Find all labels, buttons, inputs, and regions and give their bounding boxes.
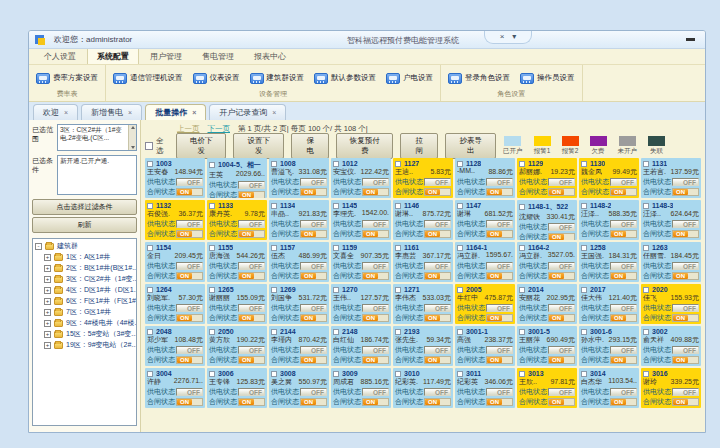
- switch-on-toggle[interactable]: ON: [177, 231, 192, 237]
- chevron-down-icon[interactable]: ▾: [512, 32, 516, 42]
- scroll-up-icon[interactable]: [131, 126, 135, 129]
- expand-icon[interactable]: [44, 276, 51, 283]
- meter-card[interactable]: 1008 曹溢飞. 331.08元 供电状态 OFF 合闸状态: [269, 158, 329, 198]
- supply-off-toggle[interactable]: OFF: [238, 181, 265, 189]
- meter-card[interactable]: 2193 张先生. 59.34元 供电状态 OFF 合闸状态: [393, 326, 453, 366]
- switch-on-toggle[interactable]: ON: [673, 189, 688, 195]
- card-checkbox[interactable]: [457, 329, 463, 335]
- meter-card[interactable]: 1271 李伟杰 533.03元 供电状态 OFF 合闸状态: [393, 284, 453, 324]
- card-checkbox[interactable]: [519, 287, 525, 293]
- meter-card[interactable]: 1148-1、522 沈耀铁 330.41元 供电状态 OFF 合闸状态: [517, 200, 577, 240]
- meter-card[interactable]: 1004-5、相一 王英 2029.66.. 供电状态 OFF 合闸状态: [207, 158, 267, 198]
- card-checkbox[interactable]: [457, 161, 463, 167]
- tree-item[interactable]: 3区：C区2#井（1#变...: [44, 274, 134, 284]
- card-checkbox[interactable]: [147, 161, 153, 167]
- switch-on-toggle[interactable]: ON: [487, 189, 502, 195]
- supply-off-toggle[interactable]: OFF: [238, 220, 265, 228]
- switch-on-toggle[interactable]: ON: [301, 399, 316, 405]
- meter-card[interactable]: 1146 谢琳.. 875.72元 供电状态 OFF 合闸状态: [393, 200, 453, 240]
- supply-off-toggle[interactable]: OFF: [238, 304, 265, 312]
- meter-card[interactable]: 2048 郑少军 108.48元 供电状态 OFF 合闸状态: [145, 326, 205, 366]
- meter-card[interactable]: 1145 李理先. 1542.00. 供电状态 OFF 合闸状态: [331, 200, 391, 240]
- card-checkbox[interactable]: [333, 287, 339, 293]
- switch-on-toggle[interactable]: ON: [177, 315, 192, 321]
- card-checkbox[interactable]: [519, 329, 525, 335]
- selected-range-box[interactable]: 3区：C区2#井（1#变电.2#变电.(C区...: [57, 124, 137, 151]
- card-checkbox[interactable]: [271, 161, 277, 167]
- card-checkbox[interactable]: [643, 245, 649, 251]
- switch-on-toggle[interactable]: ON: [487, 399, 502, 405]
- card-checkbox[interactable]: [457, 245, 463, 251]
- meter-card[interactable]: 1128 -MM.. 88.86元 供电状态 OFF 合闸状态: [455, 158, 515, 198]
- supply-off-toggle[interactable]: OFF: [362, 388, 389, 396]
- choose-filter-button[interactable]: 点击选择过滤条件: [32, 199, 137, 215]
- card-checkbox[interactable]: [643, 161, 649, 167]
- supply-off-toggle[interactable]: OFF: [548, 262, 575, 270]
- meter-card[interactable]: 1269 刘国争 531.72元 供电状态 OFF 合闸状态: [269, 284, 329, 324]
- meter-card[interactable]: 3004 许静 2276.71.. 供电状态 OFF 合闸状态: [145, 368, 205, 408]
- meter-card[interactable]: 1003 王安春 148.94元 供电状态 OFF 合闸状态: [145, 158, 205, 198]
- selected-condition-box[interactable]: 新开通.已开户通.: [57, 155, 137, 195]
- card-checkbox[interactable]: [209, 203, 215, 209]
- meter-card[interactable]: 1132 石俊强. 36.37元 供电状态 OFF 合闸状态: [145, 200, 205, 240]
- document-tab[interactable]: 批量操作 ×: [145, 104, 206, 120]
- menu-tab[interactable]: 个人设置: [35, 49, 85, 64]
- card-checkbox[interactable]: [333, 203, 339, 209]
- switch-on-toggle[interactable]: ON: [301, 189, 316, 195]
- switch-on-toggle[interactable]: ON: [239, 399, 254, 405]
- toolbar-button[interactable]: 恢复预付费: [336, 133, 393, 159]
- switch-on-toggle[interactable]: ON: [239, 192, 254, 198]
- supply-off-toggle[interactable]: OFF: [238, 262, 265, 270]
- card-checkbox[interactable]: [147, 371, 153, 377]
- supply-off-toggle[interactable]: OFF: [610, 178, 637, 186]
- supply-off-toggle[interactable]: OFF: [486, 304, 513, 312]
- card-checkbox[interactable]: [643, 287, 649, 293]
- switch-on-toggle[interactable]: ON: [301, 231, 316, 237]
- meter-card[interactable]: 3010 纪彩英. 117.49元 供电状态 OFF 合闸状态: [393, 368, 453, 408]
- menu-tab[interactable]: 系统配置: [87, 48, 139, 64]
- supply-off-toggle[interactable]: OFF: [548, 388, 575, 396]
- ribbon-button[interactable]: 默认参数设置: [314, 73, 376, 84]
- switch-on-toggle[interactable]: ON: [611, 273, 626, 279]
- card-checkbox[interactable]: [457, 287, 463, 293]
- switch-on-toggle[interactable]: ON: [239, 273, 254, 279]
- meter-card[interactable]: 3008 吴之翼 550.97元 供电状态 OFF 合闸状态: [269, 368, 329, 408]
- supply-off-toggle[interactable]: OFF: [610, 220, 637, 228]
- switch-on-toggle[interactable]: ON: [611, 357, 626, 363]
- supply-off-toggle[interactable]: OFF: [424, 220, 451, 228]
- tree-item[interactable]: 4区：D区1#井（D区1...: [44, 285, 134, 295]
- meter-card[interactable]: 1264 刘晓军. 57.30元 供电状态 OFF 合闸状态: [145, 284, 205, 324]
- meter-card[interactable]: 2020 佳飞 155.93元 供电状态 OFF 合闸状态: [641, 284, 701, 324]
- meter-card[interactable]: 2017 佳大伟 121.40元 供电状态 OFF 合闸状态: [579, 284, 639, 324]
- meter-card[interactable]: 1265 谢丽丽 155.09元 供电状态 OFF 合闸状态: [207, 284, 267, 324]
- card-checkbox[interactable]: [271, 329, 277, 335]
- meter-card[interactable]: 1012 安宝仪. 122.42元 供电状态 OFF 合闸状态: [331, 158, 391, 198]
- refresh-button[interactable]: 刷新: [32, 217, 137, 233]
- switch-on-toggle[interactable]: ON: [363, 231, 378, 237]
- card-checkbox[interactable]: [333, 371, 339, 377]
- tree-item[interactable]: 1区：A区1#井: [44, 252, 134, 262]
- supply-off-toggle[interactable]: OFF: [300, 304, 327, 312]
- ribbon-button[interactable]: 登录角色设置: [448, 73, 510, 84]
- supply-off-toggle[interactable]: OFF: [176, 220, 203, 228]
- card-checkbox[interactable]: [395, 329, 401, 335]
- supply-off-toggle[interactable]: OFF: [486, 346, 513, 354]
- supply-off-toggle[interactable]: OFF: [362, 346, 389, 354]
- card-checkbox[interactable]: [457, 371, 463, 377]
- supply-off-toggle[interactable]: OFF: [424, 304, 451, 312]
- switch-on-toggle[interactable]: ON: [487, 231, 502, 237]
- supply-off-toggle[interactable]: OFF: [610, 304, 637, 312]
- switch-on-toggle[interactable]: ON: [301, 315, 316, 321]
- switch-on-toggle[interactable]: ON: [239, 231, 254, 237]
- ribbon-button[interactable]: 户电设置: [386, 73, 433, 84]
- switch-on-toggle[interactable]: ON: [549, 399, 564, 405]
- toolbar-button[interactable]: 抄表导出: [445, 133, 496, 159]
- meter-card[interactable]: 2014 安丽花 202.95元 供电状态 OFF 合闸状态: [517, 284, 577, 324]
- supply-off-toggle[interactable]: OFF: [486, 262, 513, 270]
- tree-item[interactable]: 9区：4#楼电井（4#楼...: [44, 318, 134, 328]
- card-checkbox[interactable]: [581, 161, 587, 167]
- select-all-checkbox[interactable]: [145, 142, 153, 150]
- meter-card[interactable]: 3001-6 孙水中. 293.15元 供电状态 OFF 合闸状态: [579, 326, 639, 366]
- switch-on-toggle[interactable]: ON: [487, 273, 502, 279]
- switch-on-toggle[interactable]: ON: [611, 315, 626, 321]
